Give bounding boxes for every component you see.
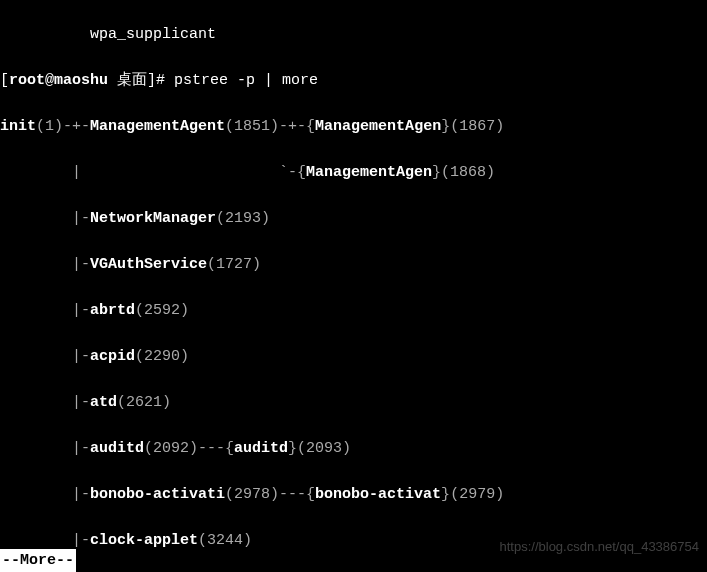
user: root <box>9 72 45 89</box>
tree-line: |-auditd(2092)---{auditd}(2093) <box>0 437 707 460</box>
tree-line: |-atd(2621) <box>0 391 707 414</box>
prompt-line: [root@maoshu 桌面]# pstree -p | more <box>0 69 707 92</box>
terminal-output: wpa_supplicant [root@maoshu 桌面]# pstree … <box>0 0 707 572</box>
more-prompt[interactable]: --More-- <box>0 549 76 572</box>
tree-line: |-abrtd(2592) <box>0 299 707 322</box>
partial-line: wpa_supplicant <box>0 23 707 46</box>
watermark-text: https://blog.csdn.net/qq_43386754 <box>500 535 700 558</box>
tree-line: | `-{ManagementAgen}(1868) <box>0 161 707 184</box>
host: maoshu <box>54 72 108 89</box>
tree-line: |-NetworkManager(2193) <box>0 207 707 230</box>
command-text: pstree -p | more <box>174 72 318 89</box>
tree-line: |-bonobo-activati(2978)---{bonobo-activa… <box>0 483 707 506</box>
tree-line: |-VGAuthService(1727) <box>0 253 707 276</box>
tree-line: init(1)-+-ManagementAgent(1851)-+-{Manag… <box>0 115 707 138</box>
tree-line: |-acpid(2290) <box>0 345 707 368</box>
